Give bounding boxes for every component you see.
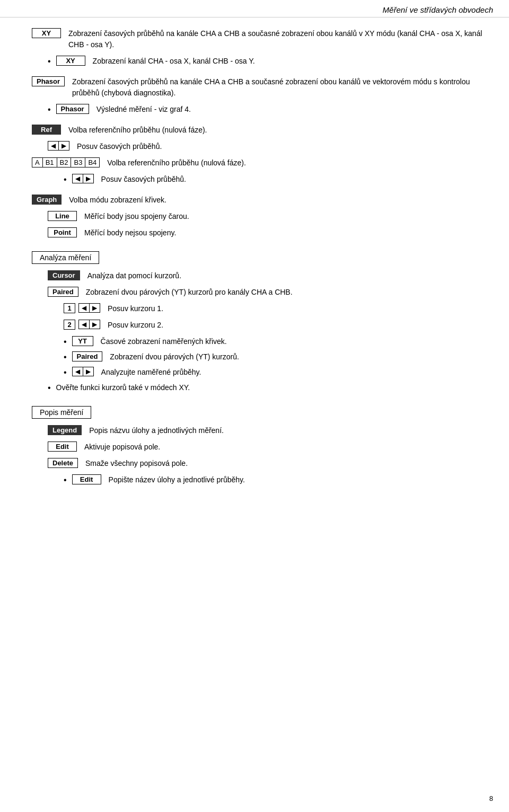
phasor-section: Phasor Zobrazení časových průběhů na kan… xyxy=(32,76,482,115)
ref-arrows-row: ◀ ▶ Posuv časových průběhů. xyxy=(48,141,482,152)
cursor-row: Cursor Analýza dat pomocí kurzorů. xyxy=(48,270,482,281)
edit-text: Aktivuje popisová pole. xyxy=(84,442,482,453)
point-text: Měřící body nejsou spojeny. xyxy=(84,227,482,239)
ref-badge: Ref xyxy=(32,125,61,135)
ref-arrows-text: Posuv časových průběhů. xyxy=(77,141,482,152)
cursor-badge: Cursor xyxy=(48,270,80,280)
ref-arrow-left[interactable]: ◀ xyxy=(48,142,59,150)
paired-row: Paired Zobrazení dvou párových (YT) kurz… xyxy=(48,287,482,298)
paired2-row: • Paired Zobrazení dvou párových (YT) ku… xyxy=(64,351,482,363)
popis-label: Popis měření xyxy=(32,406,91,419)
num2-badge: 2 xyxy=(64,320,75,330)
ref-text: Volba referenčního průběhu (nulová fáze)… xyxy=(68,125,482,136)
ref-arrow-right[interactable]: ▶ xyxy=(59,142,69,150)
ref-abcd-arrows-row: • ◀ ▶ Posuv časových průběhů. xyxy=(64,174,482,185)
line-text: Měřící body jsou spojeny čarou. xyxy=(84,211,482,222)
num2-text: Posuv kurzoru 2. xyxy=(108,320,482,331)
abcd-a: A xyxy=(32,158,43,167)
graph-line-row: Line Měřící body jsou spojeny čarou. xyxy=(48,211,482,222)
edit2-badge: Edit xyxy=(72,474,101,484)
legend-text: Popis názvu úlohy a jednotlivých měření. xyxy=(89,425,482,436)
ref-abcd-text: Volba referenčního průběhu (nulová fáze)… xyxy=(107,157,482,169)
graph-point-row: Point Měřící body nejsou spojeny. xyxy=(48,227,482,239)
num1-arrow-right[interactable]: ▶ xyxy=(90,304,100,312)
paired-text: Zobrazení dvou párových (YT) kurzorů pro… xyxy=(86,287,482,298)
graph-main-row: Graph Volba módu zobrazení křivek. xyxy=(32,195,482,206)
xy-main-row: XY Zobrazení časových průběhů na kanále … xyxy=(32,28,482,50)
arrows2-arrow-left[interactable]: ◀ xyxy=(73,367,83,376)
extra-text: Ověřte funkci kurzorů také v módech XY. xyxy=(56,382,482,393)
graph-section: Graph Volba módu zobrazení křivek. Line … xyxy=(32,195,482,239)
ref-section: Ref Volba referenčního průběhu (nulová f… xyxy=(32,125,482,185)
num1-nav-arrows[interactable]: ◀ ▶ xyxy=(78,303,100,313)
legend-badge: Legend xyxy=(48,425,82,435)
xy-text: Zobrazení časových průběhů na kanále CHA… xyxy=(68,28,482,50)
arrows2-arrow-right[interactable]: ▶ xyxy=(83,367,93,376)
num1-text: Posuv kurzoru 1. xyxy=(108,303,482,314)
ref-abcd-arrow-right[interactable]: ▶ xyxy=(83,174,93,183)
edit2-text: Popište název úlohy a jednotlivé průběhy… xyxy=(109,474,482,486)
num1-badge: 1 xyxy=(64,303,75,313)
phasor-bullet-row: • Phasor Výsledné měření - viz graf 4. xyxy=(48,104,482,115)
ref-main-row: Ref Volba referenčního průběhu (nulová f… xyxy=(32,125,482,136)
arrows2-bullet: • xyxy=(64,368,67,377)
page-number: 8 xyxy=(489,795,493,802)
xy-bullet-text: Zobrazení kanál CHA - osa X, kanál CHB -… xyxy=(93,56,482,67)
edit-badge: Edit xyxy=(48,442,77,452)
xy-bullet-badge: XY xyxy=(56,56,85,66)
paired2-text: Zobrazení dvou párových (YT) kurzorů. xyxy=(110,351,482,363)
ref-abcd-bullet: • xyxy=(64,175,67,184)
yt-text: Časové zobrazení naměřených křivek. xyxy=(101,336,482,347)
delete-row: Delete Smaže všechny popisová pole. xyxy=(48,458,482,469)
graph-badge: Graph xyxy=(32,195,62,205)
delete-text: Smaže všechny popisová pole. xyxy=(85,458,482,469)
analyza-label: Analýza měření xyxy=(32,251,99,264)
analyza-section: Analýza měření Cursor Analýza dat pomocí… xyxy=(32,248,482,393)
paired2-bullet: • xyxy=(64,352,67,362)
yt-badge: YT xyxy=(72,336,93,346)
legend-row: Legend Popis názvu úlohy a jednotlivých … xyxy=(48,425,482,436)
ref-abcd-arrows-text: Posuv časových průběhů. xyxy=(101,174,482,185)
graph-text: Volba módu zobrazení křivek. xyxy=(69,195,482,206)
xy-bullet: • xyxy=(48,57,51,66)
yt-row: • YT Časové zobrazení naměřených křivek. xyxy=(64,336,482,347)
extra-row: • Ověřte funkci kurzorů také v módech XY… xyxy=(48,382,482,393)
abcd-b4: B4 xyxy=(85,158,99,167)
ref-abcd-row: A B1 B2 B3 B4 Volba referenčního průběhu… xyxy=(32,157,482,169)
yt-bullet: • xyxy=(64,337,67,347)
ref-nav-arrows[interactable]: ◀ ▶ xyxy=(48,141,69,151)
cursor-text: Analýza dat pomocí kurzorů. xyxy=(87,270,482,281)
num2-nav-arrows[interactable]: ◀ ▶ xyxy=(78,320,100,329)
page-header: Měření ve střídavých obvodech xyxy=(0,0,509,17)
phasor-text: Zobrazení časových průběhů na kanále CHA… xyxy=(72,76,482,99)
phasor-bullet-text: Výsledné měření - viz graf 4. xyxy=(96,104,482,115)
xy-section: XY Zobrazení časových průběhů na kanále … xyxy=(32,28,482,67)
extra-bullet: • xyxy=(48,383,51,393)
ref-abcd-arrow-left[interactable]: ◀ xyxy=(73,174,83,183)
edit2-row: • Edit Popište název úlohy a jednotlivé … xyxy=(64,474,482,486)
num2-arrow-left[interactable]: ◀ xyxy=(79,320,90,329)
ref-abcd-nav-arrows[interactable]: ◀ ▶ xyxy=(72,174,94,183)
num1-row: 1 ◀ ▶ Posuv kurzoru 1. xyxy=(64,303,482,314)
phasor-badge: Phasor xyxy=(32,76,65,86)
popis-section: Popis měření Legend Popis názvu úlohy a … xyxy=(32,403,482,486)
paired-badge: Paired xyxy=(48,287,78,297)
abcd-b1: B1 xyxy=(43,158,57,167)
line-badge: Line xyxy=(48,211,77,221)
phasor-bullet: • xyxy=(48,105,51,114)
xy-badge: XY xyxy=(32,28,61,38)
edit2-bullet: • xyxy=(64,475,67,485)
phasor-bullet-badge: Phasor xyxy=(56,104,89,114)
arrows2-row: • ◀ ▶ Analyzujte naměřené průběhy. xyxy=(64,367,482,378)
arrows2-nav-arrows[interactable]: ◀ ▶ xyxy=(72,367,94,376)
num1-arrow-left[interactable]: ◀ xyxy=(79,304,90,312)
abcd-b3: B3 xyxy=(71,158,85,167)
num2-arrow-right[interactable]: ▶ xyxy=(90,320,100,329)
page-title: Měření ve střídavých obvodech xyxy=(383,5,493,14)
point-badge: Point xyxy=(48,227,77,237)
paired2-badge: Paired xyxy=(72,351,103,361)
num2-row: 2 ◀ ▶ Posuv kurzoru 2. xyxy=(64,320,482,331)
abcd-b2: B2 xyxy=(57,158,72,167)
ref-abcd-badges: A B1 B2 B3 B4 xyxy=(32,157,100,167)
edit-row: Edit Aktivuje popisová pole. xyxy=(48,442,482,453)
